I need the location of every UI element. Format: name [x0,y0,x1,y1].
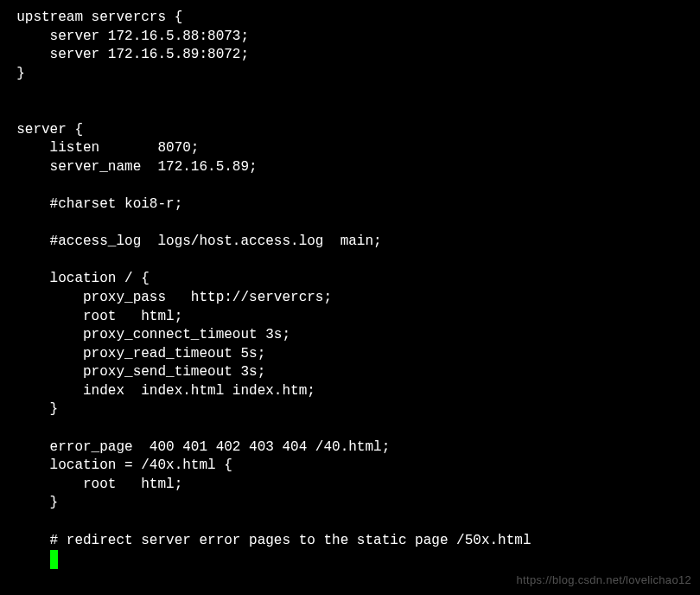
code-line: } [0,65,700,84]
code-line [0,419,700,438]
code-line [0,102,700,121]
code-line: server { [0,121,700,140]
terminal-cursor: # [50,550,59,569]
code-line: #access_log logs/host.access.log main; [0,233,700,252]
code-line: proxy_pass http://servercrs; [0,289,700,308]
code-line [0,513,700,532]
code-line: location = /40x.html { [0,457,700,476]
code-line: listen 8070; [0,139,700,158]
code-line: upstream servercrs { [0,9,700,28]
code-line: server 172.16.5.88:8073; [0,28,700,47]
code-line: proxy_send_timeout 3s; [0,363,700,382]
code-line: #charset koi8-r; [0,195,700,214]
watermark-text: https://blog.csdn.net/lovelichao12 [517,573,691,588]
code-line: index index.html index.htm; [0,382,700,401]
code-line: proxy_read_timeout 5s; [0,345,700,364]
code-line [0,252,700,271]
code-line: # redirect server error pages to the sta… [0,532,700,551]
code-line: } [0,400,700,419]
code-line [0,83,700,102]
cursor-prefix [0,551,50,566]
code-line: root html; [0,476,700,495]
code-line: proxy_connect_timeout 3s; [0,326,700,345]
code-line: server_name 172.16.5.89; [0,158,700,177]
code-line [0,176,700,195]
code-line [0,214,700,234]
code-line: root html; [0,308,700,327]
terminal-content[interactable]: upstream servercrs { server 172.16.5.88:… [0,9,700,569]
cursor-line: # [0,550,700,569]
code-line: location / { [0,270,700,289]
code-line: error_page 400 401 402 403 404 /40.html; [0,438,700,457]
code-line: server 172.16.5.89:8072; [0,46,700,65]
code-line: } [0,494,700,513]
